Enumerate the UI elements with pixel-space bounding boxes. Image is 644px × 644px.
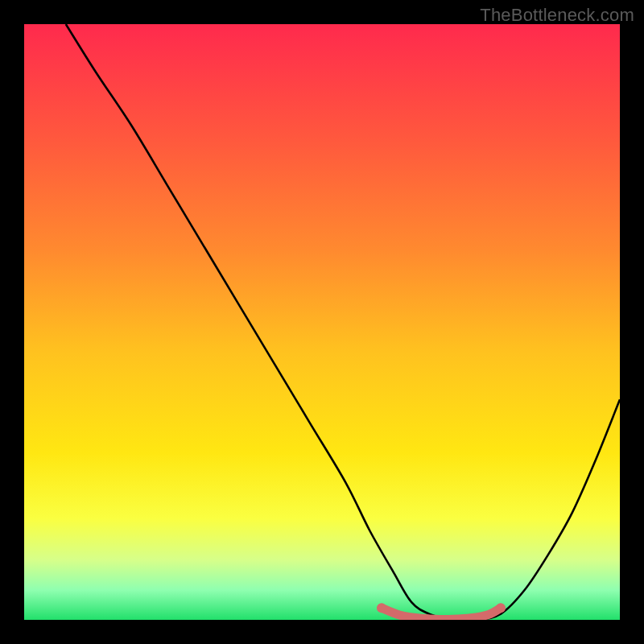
background-gradient [24, 24, 620, 620]
plot-area [24, 24, 620, 620]
chart-frame: TheBottleneck.com [0, 0, 644, 644]
svg-rect-0 [24, 24, 620, 620]
watermark-text: TheBottleneck.com [480, 5, 634, 26]
